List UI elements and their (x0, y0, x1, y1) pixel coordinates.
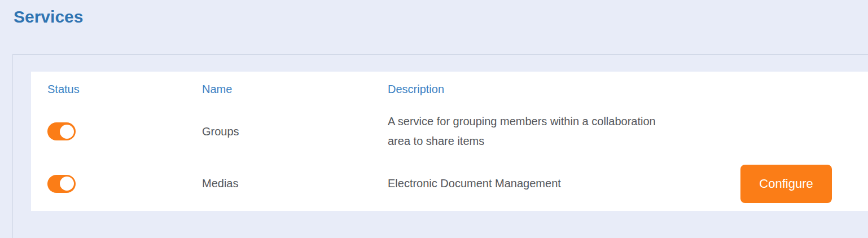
table-row-groups: Groups A service for grouping members wi… (31, 107, 868, 156)
table-header-row: Status Name Description (31, 72, 868, 107)
groups-service-description: A service for grouping members within a … (388, 112, 677, 151)
toggle-knob-icon (60, 125, 74, 139)
medias-actions-cell: Configure (677, 165, 868, 203)
table-row-medias: Medias Electronic Document Management Co… (31, 156, 868, 211)
groups-status-toggle[interactable] (47, 122, 76, 140)
column-header-description: Description (388, 83, 677, 96)
medias-status-toggle[interactable] (47, 175, 76, 193)
column-header-name: Name (202, 83, 388, 96)
page-title: Services (14, 7, 83, 27)
medias-status-cell (47, 175, 202, 193)
medias-service-name: Medias (202, 177, 388, 190)
services-panel: Status Name Description Groups A service… (12, 54, 868, 238)
configure-button[interactable]: Configure (740, 165, 832, 203)
column-header-status: Status (47, 83, 202, 96)
services-table-card: Status Name Description Groups A service… (31, 72, 868, 211)
groups-service-name: Groups (202, 125, 388, 138)
groups-status-cell (47, 122, 202, 140)
medias-service-description: Electronic Document Management (388, 174, 677, 193)
toggle-knob-icon (60, 177, 74, 191)
